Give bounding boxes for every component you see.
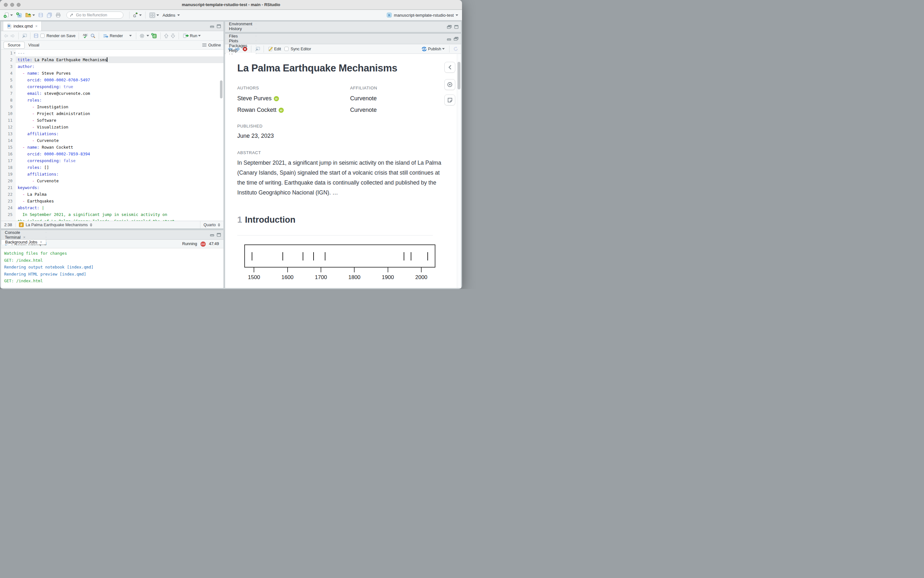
tab-background-jobs[interactable]: Background Jobs× [1,240,46,244]
code-text[interactable]: - Project administration [16,110,223,117]
tab-environment[interactable]: Environment [225,21,256,26]
code-text[interactable]: author: [16,63,223,70]
back-icon[interactable] [3,34,8,38]
insert-chunk-icon[interactable]: C [151,33,157,39]
stop-icon[interactable]: STOP [200,241,206,247]
minimize-pane-icon[interactable] [210,24,214,28]
open-file-caret[interactable] [33,15,35,16]
close-icon[interactable]: × [35,24,37,29]
render-on-save-checkbox[interactable] [41,34,45,38]
goto-file-input[interactable] [76,13,118,17]
maximize-pane-icon[interactable] [217,24,221,28]
code-text[interactable]: - Curvenote [16,137,223,144]
tab-help[interactable]: Help [225,48,256,53]
save-icon[interactable] [34,33,39,38]
restore-pane-icon[interactable] [454,37,459,41]
run-previous-icon[interactable] [164,33,169,39]
viewer-scrollbar-thumb[interactable] [457,62,460,89]
orcid-icon[interactable]: iD [278,108,284,113]
addins-menu[interactable]: Addins [161,13,181,18]
save-all-button[interactable] [46,12,53,19]
code-text[interactable]: title: La Palma Earthquake Mechanisms [16,57,223,63]
code-editor[interactable]: 1▼---2title: La Palma Earthquake Mechani… [1,50,223,221]
minimize-pane-icon[interactable] [210,233,214,237]
console-output[interactable]: Watching files for changesGET: /index.ht… [1,248,223,286]
goto-file-search[interactable] [67,11,124,19]
editor-scrollbar-thumb[interactable] [220,80,223,98]
refresh-icon[interactable] [453,46,459,52]
orcid-icon[interactable]: iD [274,96,279,101]
workspace-panes-caret[interactable] [156,15,159,16]
restore-pane-icon[interactable] [447,25,452,29]
tab-console[interactable]: Console [1,230,46,235]
maximize-pane-icon[interactable] [217,233,221,237]
version-control-caret[interactable] [139,15,142,16]
annotate-button[interactable] [444,94,455,106]
publish-button[interactable]: Publish [420,46,446,52]
print-button[interactable] [55,12,62,18]
code-text[interactable]: In September 2021, a significant jump in… [16,211,223,218]
zoom-window-button[interactable] [17,3,21,7]
tab-connections[interactable]: Connections [225,31,256,32]
sync-editor-checkbox[interactable] [285,47,288,51]
viewer-document[interactable]: La Palma Earthquake Mechanisms AUTHORS S… [225,54,461,288]
minimize-pane-icon[interactable] [447,37,451,41]
code-text[interactable]: email: steve@curvenote.com [16,90,223,97]
visual-mode-button[interactable]: Visual [25,42,43,49]
render-caret[interactable] [129,35,132,37]
tab-packages[interactable]: Packages [225,43,256,48]
maximize-pane-icon[interactable] [454,25,459,29]
code-text[interactable]: affiliations: [16,130,223,137]
code-text[interactable]: abstract: | [16,205,223,211]
new-file-button[interactable] [3,11,14,19]
run-caret[interactable] [198,35,201,37]
code-text[interactable]: keywords: [16,184,223,191]
version-control-button[interactable]: G [132,11,143,19]
format-selector[interactable]: Quarto [200,221,223,229]
fold-arrow-icon[interactable]: ▼ [14,50,15,57]
source-mode-button[interactable]: Source [3,42,25,49]
project-menu[interactable]: R manuscript-template-rstudio-test [386,12,459,18]
search-icon[interactable] [90,33,96,39]
tab-files[interactable]: Files [225,34,256,39]
code-text[interactable]: - Software [16,117,223,124]
code-text[interactable]: - name: Steve Purves [16,70,223,76]
popout-icon[interactable] [22,34,27,38]
code-text[interactable]: - Visualization [16,124,223,130]
collapse-sidebar-button[interactable] [444,62,455,73]
code-text[interactable]: - Curvenote [16,177,223,184]
section-selector[interactable]: # La Palma Earthquake Mechanisms [16,222,96,227]
code-text[interactable]: - name: Rowan Cockett [16,144,223,151]
new-project-button[interactable]: R [15,11,23,19]
code-text[interactable]: orcid: 0000-0002-7859-8394 [16,151,223,157]
code-text[interactable]: roles: [16,97,223,104]
code-text[interactable]: - La Palma [16,191,223,198]
code-text[interactable]: --- [16,50,223,57]
code-text[interactable]: corresponding: true [16,83,223,90]
close-window-button[interactable] [4,3,8,7]
spellcheck-icon[interactable]: ABC [82,33,88,39]
code-text[interactable]: orcid: 0000-0002-0760-5497 [16,76,223,83]
close-icon[interactable]: × [40,240,42,244]
gear-caret[interactable] [146,35,149,37]
edit-button[interactable]: Edit [267,46,282,52]
tab-plots[interactable]: Plots [225,39,256,43]
minimize-window-button[interactable] [10,3,14,7]
save-button[interactable] [37,12,44,18]
code-text[interactable]: - Earthquakes [16,198,223,205]
forward-icon[interactable] [10,34,15,38]
code-text[interactable]: affiliations: [16,171,223,177]
outline-button[interactable]: Outline [202,43,221,47]
render-button[interactable]: Render [102,33,133,39]
open-file-button[interactable] [24,12,36,18]
tab-terminal[interactable]: Terminal× [1,235,46,240]
code-text[interactable]: - Investigation [16,104,223,110]
code-text[interactable]: roles: [] [16,164,223,171]
code-text[interactable]: corresponding: false [16,157,223,164]
workspace-panes-button[interactable] [148,11,160,19]
run-button[interactable]: Run [182,32,202,39]
close-icon[interactable]: × [23,235,25,240]
run-next-icon[interactable] [171,33,176,39]
tab-index-qmd[interactable]: index.qmd × [3,21,42,31]
visibility-button[interactable] [444,79,455,90]
